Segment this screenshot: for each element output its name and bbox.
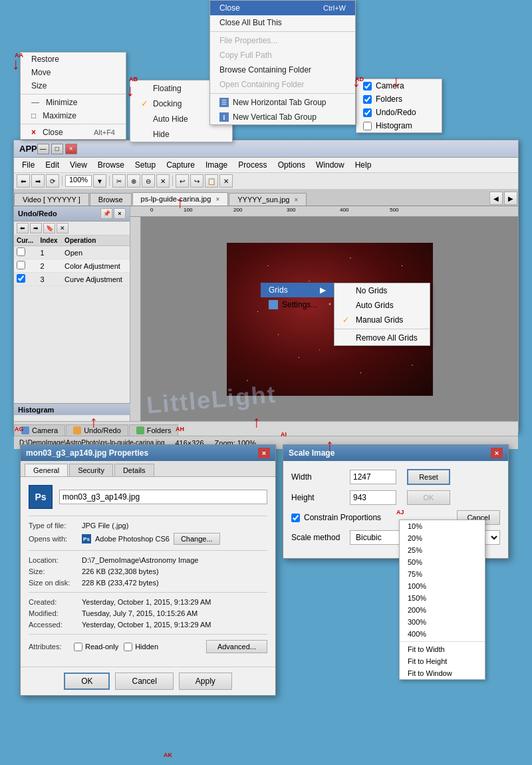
no-grids-item[interactable]: No Grids [334,283,430,298]
hidden-checkbox[interactable] [124,643,132,651]
tab-yyyyy-close[interactable]: × [295,196,299,204]
file-name-input[interactable] [59,490,267,504]
browse-folder-item[interactable]: Browse Containing Folder [210,63,355,77]
restore-btn[interactable]: □ [51,144,63,154]
undoredo-panel-item[interactable]: Undo/Redo [356,106,442,119]
close-this-item[interactable]: Close Ctrl+W [210,1,355,15]
new-v-tab-item[interactable]: ⫿ New Vertical Tab Group [210,110,355,124]
tab-browse[interactable]: Browse [90,193,132,206]
toolbar-btn-6[interactable]: ⊖ [142,174,155,188]
apply-btn[interactable]: Apply [179,673,232,690]
folders-tab[interactable]: Folders [129,424,179,436]
scale-close[interactable]: × [491,448,503,458]
minimize-menuitem[interactable]: — Minimize [21,96,126,109]
zoom-fit-width[interactable]: Fit to Width [400,643,485,655]
ok-scale-btn[interactable]: OK [407,490,450,505]
maximize-menuitem[interactable]: □ Maximize [21,109,126,122]
undo-panel-pin[interactable]: 📌 [100,208,112,219]
tab-scroll-right[interactable]: ▶ [504,192,517,205]
restore-menuitem[interactable]: Restore [21,53,126,66]
remove-all-grids-item[interactable]: Remove All Grids [334,331,430,345]
move-menuitem[interactable]: Move [21,66,126,79]
menu-browse[interactable]: Browse [92,159,130,171]
toolbar-btn-1[interactable]: ⬅ [17,174,30,188]
zoom-10[interactable]: 10% [400,520,485,532]
new-h-tab-item[interactable]: ☰ New Horizontal Tab Group [210,95,355,110]
histogram-panel-item[interactable]: Histogram [356,119,442,132]
tab-video[interactable]: Video [ YYYYYY ] [14,193,89,206]
close-btn[interactable]: × [65,144,77,154]
toolbar-btn-10[interactable]: 📋 [205,174,218,188]
readonly-checkbox[interactable] [74,643,82,651]
zoom-100[interactable]: 100% [400,580,485,592]
close-all-but-item[interactable]: Close All But This [210,15,355,30]
close-sysmenu-item[interactable]: × Close Alt+F4 [21,126,126,139]
zoom-input[interactable]: 100% [65,175,92,187]
minimize-btn[interactable]: — [37,144,49,154]
zoom-50[interactable]: 50% [400,556,485,568]
close-menu[interactable]: Close Ctrl+W Close All But This File Pro… [209,0,356,125]
grids-trigger[interactable]: Grids ▶ [261,283,334,297]
cancel-btn[interactable]: Cancel [115,673,173,690]
grids-context-menu[interactable]: Grids ▶ No Grids Auto Grids ✓ Manual Gri… [261,283,334,312]
zoom-25[interactable]: 25% [400,544,485,556]
zoom-fit-window[interactable]: Fit to Window [400,667,485,679]
zoom-200[interactable]: 200% [400,604,485,616]
toolbar-btn-4[interactable]: ✂ [112,174,126,188]
zoom-20[interactable]: 20% [400,532,485,544]
undo-panel-close[interactable]: × [114,208,126,219]
folders-checkbox[interactable] [363,95,372,104]
undo-bookmark[interactable]: 🔖 [43,223,55,233]
readonly-checkbox-label[interactable]: Read-only [74,643,118,651]
row3-check[interactable] [14,273,37,286]
table-row[interactable]: 2 Color Adjustment [14,259,130,273]
zoom-75[interactable]: 75% [400,568,485,580]
menu-options[interactable]: Options [273,159,311,171]
hidden-checkbox-label[interactable]: Hidden [124,643,158,651]
row1-check[interactable] [14,246,37,259]
hide-item[interactable]: Hide [130,126,232,142]
file-props-item[interactable]: File Properties... [210,33,355,48]
height-input[interactable] [350,490,396,505]
zoom-300[interactable]: 300% [400,616,485,628]
open-folder-item[interactable]: Open Containing Folder [210,77,355,92]
folders-panel-item[interactable]: Folders [356,92,442,106]
change-btn[interactable]: Change... [174,533,220,545]
undo-btn[interactable]: ⬅ [17,223,29,233]
tab-yyyyy-sun[interactable]: YYYYY_sun.jpg × [229,193,307,206]
tab-close-icon[interactable]: × [215,196,219,203]
advanced-btn[interactable]: Advanced... [206,640,267,653]
zoom-150[interactable]: 150% [400,592,485,604]
width-input[interactable] [350,470,396,484]
toolbar-btn-5[interactable]: ⊕ [127,174,140,188]
redo-btn[interactable]: ➡ [30,223,42,233]
toolbar-btn-9[interactable]: ↪ [190,174,203,188]
menu-setup[interactable]: Setup [130,159,161,171]
toolbar-btn-3[interactable]: ⟳ [46,174,59,188]
menu-capture[interactable]: Capture [161,159,200,171]
system-menu[interactable]: Restore Move Size — Minimize □ Maximize … [20,52,126,140]
size-menuitem[interactable]: Size [21,79,126,92]
undoredo-checkbox[interactable] [363,108,372,117]
zoom-fit-height[interactable]: Fit to Height [400,655,485,667]
menu-view[interactable]: View [65,159,92,171]
tab-security[interactable]: Security [69,464,113,476]
toolbar-btn-7[interactable]: ✕ [156,174,170,188]
zoom-dropdown[interactable]: 10% 20% 25% 50% 75% 100% 150% 200% 300% … [399,520,485,680]
reset-btn[interactable]: Reset [407,469,450,485]
undo-clear[interactable]: ✕ [57,223,68,233]
histogram-checkbox[interactable] [363,122,372,130]
menu-help[interactable]: Help [350,159,377,171]
tab-scroll-left[interactable]: ◀ [489,192,503,205]
histogram-panel[interactable]: Histogram [14,403,130,415]
toolbar-btn-11[interactable]: ✕ [219,174,233,188]
menu-window[interactable]: Window [311,159,350,171]
file-props-close[interactable]: × [258,448,270,458]
ok-btn[interactable]: OK [64,673,110,690]
zoom-400[interactable]: 400% [400,628,485,640]
row2-check[interactable] [14,259,37,273]
toolbar-btn-2[interactable]: ➡ [31,174,45,188]
grids-submenu[interactable]: No Grids Auto Grids ✓ Manual Grids Remov… [334,283,430,346]
tab-details[interactable]: Details [114,464,154,476]
camera-checkbox[interactable] [363,82,372,90]
